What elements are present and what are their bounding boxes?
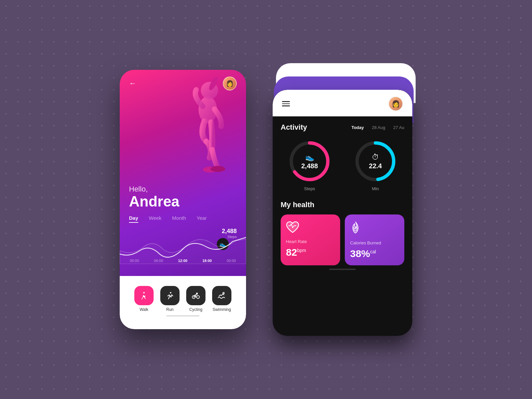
circles-row: 👟 2,488 Steps [281,140,404,191]
phone2-header: 👩 [273,90,412,116]
phone1-gradient-bg: ← 👩 Hello, Andrea Day Week Month Year 2,… [120,70,246,276]
phone2-main: 👩 Activity Today 28 Aug 27 Au [273,90,412,336]
time-0600: 06:00 [154,259,163,263]
avatar[interactable]: 👩 [223,76,237,90]
chart-area: 00:00 06:00 12:00 18:00 00:00 [120,227,246,264]
stopwatch-icon: ⏱ [372,153,379,162]
period-tabs: Day Week Month Year [129,215,237,223]
time-circle-chart: ⏱ 22.4 [354,140,397,183]
date-28aug[interactable]: 28 Aug [372,125,385,130]
nav-walk[interactable]: Walk [134,286,154,312]
time-circle-label: Min [372,186,379,191]
steps-circle-inner: 👟 2,488 [288,140,331,183]
phone2-content: Activity Today 28 Aug 27 Au [273,116,412,277]
nav-bar: Walk Run [134,286,231,312]
nav-swimming[interactable]: Swimming [212,286,231,312]
home-indicator [166,315,200,317]
activity-title: Activity [281,123,307,132]
heart-rate-label: Heart Rate [286,239,335,244]
time-circle-inner: ⏱ 22.4 [354,140,397,183]
heart-rate-value: 82bpm [286,247,335,257]
cycling-icon-bg [186,286,205,305]
menu-button[interactable] [282,101,290,106]
time-0000-start: 00:00 [130,259,139,263]
swimming-label: Swimming [212,307,231,312]
run-label: Run [166,307,174,312]
phones-container: ← 👩 Hello, Andrea Day Week Month Year 2,… [120,63,412,336]
walk-label: Walk [140,307,148,312]
date-27aug[interactable]: 27 Au [393,125,404,130]
steps-circle-value: 2,488 [301,162,318,170]
svg-point-4 [210,166,225,172]
heart-rate-card[interactable]: Heart Rate 82bpm [281,214,340,265]
calories-label: Calories Burned [350,240,399,245]
greeting-name: Andrea [129,194,180,209]
phone1-bottom-nav: Walk Run [120,276,246,329]
time-circle-value: 22.4 [369,162,382,170]
health-cards: Heart Rate 82bpm Calorie [281,214,404,265]
health-title: My health [281,200,404,209]
greeting-hello: Hello, [129,185,180,194]
time-0000-end: 00:00 [227,259,236,263]
date-today[interactable]: Today [351,125,364,130]
steps-circle-chart: 👟 2,488 [288,140,331,183]
tab-day[interactable]: Day [129,215,138,223]
activity-header: Activity Today 28 Aug 27 Au [281,123,404,132]
tab-month[interactable]: Month [172,215,186,223]
steps-circle-label: Steps [304,186,315,191]
nav-cycling[interactable]: Cycling [186,286,205,312]
time-1200: 12:00 [178,259,188,263]
heart-rate-unit: bpm [297,248,306,253]
walk-icon-bg [134,286,154,305]
heart-icon [286,221,335,236]
svg-point-8 [197,296,200,299]
time-circle-widget: ⏱ 22.4 Min [346,140,404,191]
steps-circle-widget: 👟 2,488 Steps [281,140,338,191]
svg-point-9 [197,293,198,294]
time-1800: 18:00 [202,259,212,263]
tab-week[interactable]: Week [149,215,162,223]
calories-card[interactable]: Calories Burned 38%cal [345,214,404,265]
time-labels: 00:00 06:00 12:00 18:00 00:00 [120,259,246,263]
ham-line-1 [282,101,290,102]
calories-value: 38%cal [350,249,399,259]
nav-run[interactable]: Run [160,286,180,312]
calories-unit: cal [370,249,376,254]
steps-shoe-icon: 👟 [305,153,314,162]
svg-point-6 [170,292,171,293]
avatar-p2[interactable]: 👩 [388,96,403,111]
phone2-stack: 👩 Activity Today 28 Aug 27 Au [273,63,412,336]
cycling-label: Cycling [189,307,202,312]
tab-year[interactable]: Year [197,215,206,223]
ham-line-2 [282,103,290,104]
back-button[interactable]: ← [129,79,136,88]
flame-icon [350,221,399,237]
swimming-icon-bg [212,286,231,305]
svg-point-5 [143,292,145,293]
run-icon-bg [160,286,180,305]
greeting-section: Hello, Andrea [129,185,180,209]
phone1: ← 👩 Hello, Andrea Day Week Month Year 2,… [120,70,246,329]
phone1-header: ← 👩 [120,76,246,90]
phone2-home-indicator [329,269,356,270]
ham-line-3 [282,105,290,106]
